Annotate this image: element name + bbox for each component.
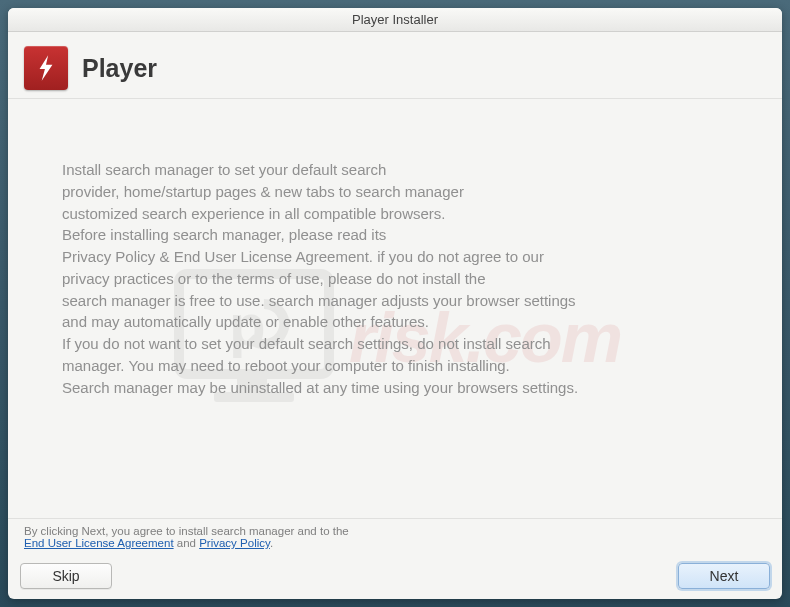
body-text: Install search manager to set your defau… bbox=[62, 159, 728, 398]
button-bar: Skip Next bbox=[8, 557, 782, 599]
window-title: Player Installer bbox=[352, 12, 438, 27]
header-title: Player bbox=[82, 54, 157, 83]
agreement-footer: By clicking Next, you agree to install s… bbox=[8, 518, 782, 557]
agree-joiner: and bbox=[174, 537, 200, 549]
installer-window: Player Installer Player p risk.com Insta… bbox=[8, 8, 782, 599]
flash-icon bbox=[24, 46, 68, 90]
content-area: p risk.com Install search manager to set… bbox=[8, 99, 782, 518]
skip-button[interactable]: Skip bbox=[20, 563, 112, 589]
agree-prefix: By clicking Next, you agree to install s… bbox=[24, 525, 349, 537]
next-button[interactable]: Next bbox=[678, 563, 770, 589]
eula-link[interactable]: End User License Agreement bbox=[24, 537, 174, 549]
header: Player bbox=[8, 32, 782, 99]
privacy-link[interactable]: Privacy Policy bbox=[199, 537, 270, 549]
titlebar: Player Installer bbox=[8, 8, 782, 32]
agree-suffix: . bbox=[270, 537, 273, 549]
